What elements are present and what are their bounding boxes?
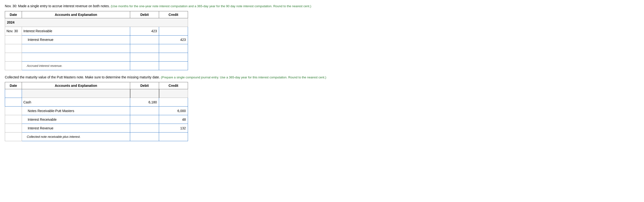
instruction2: Collected the maturity value of the Putt… xyxy=(5,75,639,80)
table-row xyxy=(5,53,188,61)
debit-cell-5[interactable] xyxy=(130,61,159,70)
account-cell-s2-3[interactable] xyxy=(22,115,130,124)
table-row: Nov. 30 423 xyxy=(5,27,188,35)
col-credit-2: Credit xyxy=(159,82,188,89)
description-cell-2[interactable]: Collected note receivable plus interest. xyxy=(22,132,130,141)
section1: Nov. 30: Made a single entry to accrue i… xyxy=(5,4,639,70)
account-cell-1[interactable] xyxy=(22,27,130,35)
journal-table-1: Date Accounts and Explanation Debit Cred… xyxy=(5,11,188,70)
debit-cell-3[interactable] xyxy=(130,44,159,53)
credit-cell-1[interactable] xyxy=(159,27,188,35)
col-date-1: Date xyxy=(5,11,22,18)
account-cell-4[interactable] xyxy=(22,53,130,61)
account-input-1[interactable] xyxy=(22,27,130,35)
table1-header-row: Date Accounts and Explanation Debit Cred… xyxy=(5,11,188,18)
credit-cell-s2-5[interactable] xyxy=(159,132,188,141)
table-row: 132 xyxy=(5,124,188,132)
credit-cell-s2-4[interactable]: 132 xyxy=(159,124,188,132)
date-cell-1: Nov. 30 xyxy=(5,27,22,35)
table-row: 6,180 xyxy=(5,98,188,106)
table-row: Collected note receivable plus interest. xyxy=(5,132,188,141)
account-input-s2-3[interactable] xyxy=(27,115,130,124)
credit-blank-top xyxy=(159,89,188,98)
account-input-s2-1[interactable] xyxy=(22,98,130,106)
col-date-2: Date xyxy=(5,82,22,89)
debit-cell-s2-5[interactable] xyxy=(130,132,159,141)
account-input-3[interactable] xyxy=(22,44,130,53)
col-accounts-2: Accounts and Explanation xyxy=(22,82,130,89)
debit-cell-4[interactable] xyxy=(130,53,159,61)
instruction1: Nov. 30: Made a single entry to accrue i… xyxy=(5,4,639,9)
col-debit-2: Debit xyxy=(130,82,159,89)
table-row: 48 xyxy=(5,115,188,124)
table-row xyxy=(5,44,188,53)
hint2: (Prepare a single compound journal entry… xyxy=(161,76,326,79)
debit-cell-s2-3[interactable] xyxy=(130,115,159,124)
debit-blank-top xyxy=(130,89,159,98)
col-credit-1: Credit xyxy=(159,11,188,18)
date-cell-2 xyxy=(5,35,22,44)
col-accounts-1: Accounts and Explanation xyxy=(22,11,130,18)
account-input-s2-4[interactable] xyxy=(27,124,130,132)
year-row-1: 2024 xyxy=(5,18,188,27)
debit-cell-s2-4[interactable] xyxy=(130,124,159,132)
debit-cell-1[interactable]: 423 xyxy=(130,27,159,35)
account-cell-s2-1[interactable] xyxy=(22,98,130,106)
date-cell-s2-1[interactable] xyxy=(5,98,22,106)
account-input-s2-2[interactable] xyxy=(27,106,130,115)
section2: Collected the maturity value of the Putt… xyxy=(5,75,639,141)
date-input-2[interactable] xyxy=(5,89,22,98)
debit-cell-2[interactable] xyxy=(130,35,159,44)
credit-cell-s2-1[interactable] xyxy=(159,98,188,106)
credit-cell-5[interactable] xyxy=(159,61,188,70)
date-input-s2-1[interactable] xyxy=(5,98,22,106)
journal-table-2: Date Accounts and Explanation Debit Cred… xyxy=(5,82,188,141)
date-input-cell-2[interactable] xyxy=(5,89,22,98)
col-debit-1: Debit xyxy=(130,11,159,18)
account-input-4[interactable] xyxy=(22,53,130,61)
credit-cell-s2-2[interactable]: 6,000 xyxy=(159,106,188,115)
account-cell-blank-top xyxy=(22,89,130,98)
table-row: 423 xyxy=(5,35,188,44)
debit-cell-s2-1[interactable]: 6,180 xyxy=(130,98,159,106)
credit-cell-3[interactable] xyxy=(159,44,188,53)
table-row: Accrued interest revenue. xyxy=(5,61,188,70)
credit-cell-4[interactable] xyxy=(159,53,188,61)
description-cell-1[interactable]: Accrued interest revenue. xyxy=(22,61,130,70)
hint1: (Use months for the one-year note intere… xyxy=(111,4,311,8)
account-cell-s2-4[interactable] xyxy=(22,124,130,132)
account-cell-s2-2[interactable] xyxy=(22,106,130,115)
credit-cell-s2-3[interactable]: 48 xyxy=(159,115,188,124)
account-input-2[interactable] xyxy=(27,36,130,44)
credit-cell-2[interactable]: 423 xyxy=(159,35,188,44)
year-cell-1: 2024 xyxy=(5,18,188,27)
table-row xyxy=(5,89,188,98)
table2-header-row: Date Accounts and Explanation Debit Cred… xyxy=(5,82,188,89)
account-cell-3[interactable] xyxy=(22,44,130,53)
table-row: 6,000 xyxy=(5,106,188,115)
account-cell-2[interactable] xyxy=(22,35,130,44)
debit-cell-s2-2[interactable] xyxy=(130,106,159,115)
